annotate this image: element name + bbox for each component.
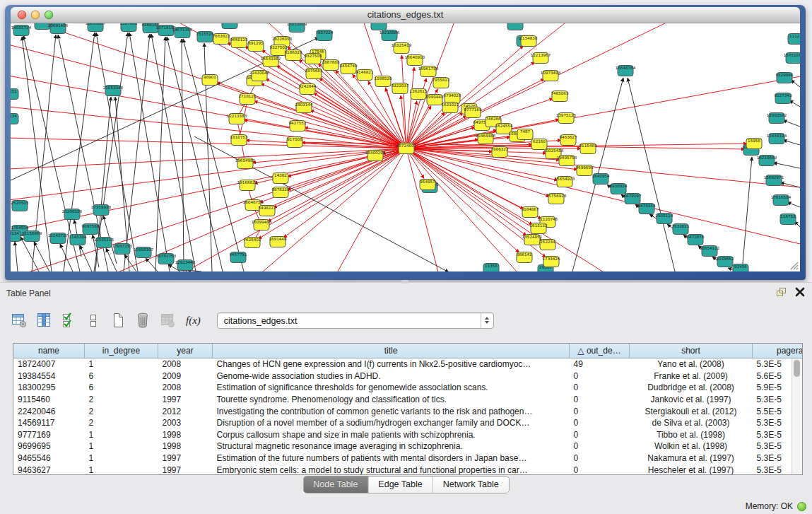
scrollbar-thumb[interactable] (794, 360, 800, 377)
network-node[interactable]: 8322037 (392, 83, 409, 94)
network-node[interactable]: 16210643 (757, 156, 777, 166)
network-node[interactable]: 21053346 (103, 86, 124, 96)
column-header-pagerank[interactable]: pagerank (753, 344, 804, 358)
network-node[interactable]: 62160 (531, 139, 547, 150)
network-node[interactable]: 7487 (517, 129, 533, 140)
network-node[interactable]: 2718126 (239, 94, 257, 105)
network-node[interactable]: 12444194 (767, 134, 787, 144)
table-cell[interactable]: 6 (85, 370, 158, 382)
network-node[interactable]: 9327508 (305, 54, 322, 64)
table-cell[interactable]: 1997 (158, 452, 213, 465)
network-node[interactable]: 9242844 (299, 84, 317, 95)
column-select-icon[interactable] (35, 311, 53, 329)
network-node[interactable]: 1154838 (520, 36, 538, 47)
network-node[interactable]: 252234 (540, 240, 555, 250)
network-node[interactable]: 19166825 (237, 180, 258, 191)
table-cell[interactable]: 18724007 (13, 358, 85, 370)
table-cell[interactable]: Stergiakouli et al. (2012) (630, 405, 753, 417)
network-node[interactable]: 9699695 (576, 165, 594, 176)
table-cell[interactable]: Wolkin et al. (1998) (630, 440, 753, 452)
table-cell[interactable]: 49 (570, 358, 630, 370)
network-node[interactable]: 7663822 (213, 34, 230, 45)
network-node[interactable]: 1362615 (410, 89, 428, 100)
network-node[interactable]: 92456 (733, 264, 748, 272)
network-node[interactable]: 917008 (287, 137, 302, 148)
network-node[interactable]: 2875685 (305, 69, 323, 79)
panel-divider-handle[interactable] (401, 280, 408, 284)
table-cell[interactable]: 9465546 (13, 452, 85, 465)
network-node[interactable]: 17016504 (771, 195, 792, 206)
network-node[interactable]: 9457791 (230, 252, 247, 263)
rows-icon[interactable] (84, 311, 102, 329)
network-node[interactable]: 11358 (483, 264, 499, 272)
network-node[interactable]: 891295 (248, 41, 264, 52)
network-node[interactable]: 7625402 (244, 238, 261, 248)
network-node[interactable]: 1615132 (530, 223, 548, 234)
network-node[interactable]: 16648784 (616, 66, 636, 76)
network-node[interactable]: 22420046 (249, 71, 270, 81)
table-row[interactable]: 969969511998Structural magnetic resonanc… (13, 440, 803, 452)
table-cell[interactable]: 6 (85, 382, 158, 394)
table-cell[interactable]: de Silva et al. (2003) (630, 417, 753, 429)
network-node[interactable]: 18325419 (392, 43, 412, 54)
column-header-year[interactable]: year (158, 344, 213, 358)
table-cell[interactable]: Corpus callosum shape and size in male p… (213, 429, 570, 441)
network-node[interactable]: 12093582 (767, 113, 787, 124)
column-header-short[interactable]: short (630, 344, 753, 358)
network-node[interactable]: 20691406 (48, 23, 69, 34)
network-node[interactable]: 8186328 (285, 50, 302, 61)
network-node[interactable]: 9097588 (82, 224, 100, 235)
network-node[interactable]: 16099488 (252, 220, 272, 230)
network-node[interactable]: 5498222 (259, 206, 276, 216)
table-cell[interactable]: Genome-wide association studies in ADHD. (213, 370, 570, 382)
column-checklist-icon[interactable] (59, 311, 78, 329)
network-node[interactable]: 9245652 (717, 257, 734, 267)
network-node[interactable]: 11156869 (22, 231, 42, 242)
table-vertical-scrollbar[interactable] (792, 358, 802, 474)
network-node[interactable]: 19495758 (557, 156, 577, 166)
canvas-resize-grip[interactable] (787, 259, 799, 270)
network-node[interactable]: 7632621 (672, 224, 690, 235)
table-cell[interactable]: Nakamura et al. (1997) (630, 452, 753, 465)
network-node[interactable]: 986141 (517, 252, 532, 263)
table-cell[interactable]: 0 (570, 370, 630, 382)
network-node[interactable]: 7955812 (433, 78, 450, 88)
network-node[interactable]: 19218586 (379, 30, 400, 41)
network-node[interactable]: 1621022 (442, 103, 459, 113)
table-cell[interactable]: Yano et al. (2008) (630, 358, 753, 370)
network-node[interactable]: 12505115 (94, 238, 114, 248)
column-header-outde[interactable]: △ out_de… (570, 344, 630, 358)
network-node[interactable]: 1691448 (269, 237, 287, 247)
network-node[interactable]: 16961758 (418, 66, 439, 77)
network-node[interactable]: 16053809 (287, 23, 307, 33)
table-row[interactable]: 1456911722003Disruption of a novel membe… (13, 417, 803, 429)
network-node[interactable]: 13975125 (556, 113, 577, 124)
network-node[interactable]: 9777169 (464, 107, 482, 118)
network-node[interactable]: 15756928 (546, 194, 567, 204)
table-row[interactable]: 1872400712008Changes of HCN gene express… (13, 358, 803, 370)
network-node[interactable]: 7515526 (196, 32, 214, 42)
network-node[interactable]: 9146821 (356, 70, 374, 81)
network-node[interactable]: 39134 (11, 231, 20, 242)
network-node[interactable]: 9115460 (579, 144, 597, 154)
network-node[interactable]: 7857224 (316, 30, 334, 41)
table-mode-icon[interactable] (10, 311, 28, 329)
network-node[interactable]: 12213383 (227, 114, 247, 124)
tab-edge-table[interactable]: Edge Table (368, 477, 433, 493)
network-node[interactable]: 20497 (222, 23, 237, 29)
network-node[interactable]: 2087682 (507, 23, 524, 30)
table-cell[interactable]: 19384554 (13, 370, 85, 382)
network-window[interactable]: citations_edges.txt 18724007140557241821… (5, 5, 806, 280)
table-cell[interactable]: 1 (85, 429, 158, 441)
table-cell[interactable]: 2008 (158, 358, 213, 370)
network-node[interactable]: 8471676 (687, 235, 705, 245)
table-cell[interactable]: 2012 (158, 405, 213, 417)
table-row[interactable]: 946362711997Embryonic stem cells: a mode… (13, 464, 803, 475)
network-node[interactable]: 8454749 (340, 64, 358, 74)
network-node[interactable]: 9184067 (522, 207, 539, 218)
table-cell[interactable]: Franke et al. (2009) (630, 370, 753, 382)
table-cell[interactable]: 0 (570, 417, 630, 429)
table-cell[interactable]: 2 (85, 394, 158, 406)
network-node[interactable]: 12213967 (531, 53, 551, 64)
network-node[interactable]: 18724007 (396, 144, 417, 154)
